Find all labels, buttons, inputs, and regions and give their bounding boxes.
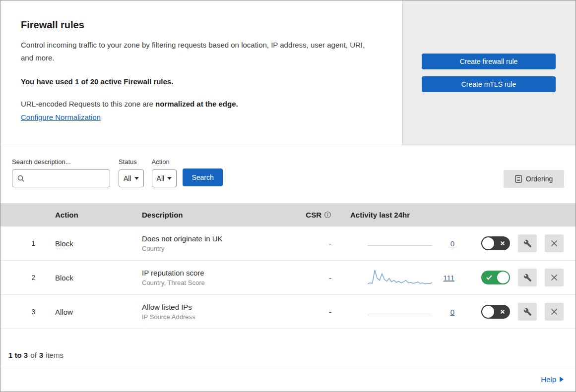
col-csr: CSR [291, 211, 340, 219]
rule-enabled-toggle[interactable] [481, 236, 510, 250]
table-row: 3 Allow Allow listed IPs IP Source Addre… [0, 295, 576, 329]
activity-sparkline [368, 302, 432, 322]
help-bar: Help [0, 367, 576, 391]
rule-controls [464, 234, 576, 252]
rule-csr-value: - [291, 274, 340, 282]
rule-fields: IP Source Address [142, 313, 291, 321]
toggle-knob [482, 306, 494, 318]
header-section: Firewall rules Control incoming traffic … [0, 0, 576, 145]
normalization-text: URL-encoded Requests to this zone are [21, 100, 155, 108]
rule-controls [464, 303, 576, 321]
rule-description-cell: IP reputation score Country, Threat Scor… [132, 269, 291, 286]
rule-csr-value: - [291, 308, 340, 316]
ordering-list-icon [515, 175, 522, 183]
rule-activity-cell: 111 [340, 268, 464, 287]
actions-panel: Create firewall rule Create mTLS rule [403, 0, 576, 145]
rule-description: Allow listed IPs [142, 303, 291, 311]
col-action: Action [45, 211, 132, 219]
toggle-knob [482, 237, 494, 249]
status-group: Status All [119, 158, 144, 203]
rule-enabled-toggle[interactable] [481, 271, 510, 284]
firewall-rules-page: Firewall rules Control incoming traffic … [0, 0, 576, 392]
status-label: Status [119, 158, 144, 166]
footer-range: 1 to 3 [8, 351, 28, 367]
rule-fields: Country [142, 245, 291, 252]
search-group: Search description... [12, 158, 110, 203]
rule-action: Block [45, 274, 132, 282]
chevron-down-icon [134, 177, 139, 180]
footer-of: of [30, 351, 37, 367]
normalization-note: URL-encoded Requests to this zone are no… [21, 100, 382, 108]
rule-description-cell: Does not originate in UK Country [132, 234, 291, 252]
activity-count-link[interactable]: 0 [450, 308, 454, 316]
chevron-down-icon [167, 177, 172, 180]
table-row: 1 Block Does not originate in UK Country… [0, 226, 576, 261]
status-value: All [124, 174, 131, 182]
table-footer: 1 to 3 of 3 items [0, 329, 576, 367]
activity-count-link[interactable]: 111 [443, 274, 454, 282]
rule-priority: 1 [0, 239, 45, 247]
action-group: Action All [152, 158, 177, 203]
delete-rule-button[interactable] [545, 303, 564, 321]
csr-header-label: CSR [306, 211, 321, 219]
table-row: 2 Block IP reputation score Country, Thr… [0, 261, 576, 295]
header-card: Firewall rules Control incoming traffic … [0, 0, 403, 145]
configure-normalization-link[interactable]: Configure Normalization [21, 113, 101, 121]
rule-activity-cell: 0 [340, 233, 464, 253]
help-label: Help [541, 375, 556, 384]
col-description: Description [132, 211, 291, 219]
search-icon [17, 174, 25, 182]
help-link[interactable]: Help [541, 375, 564, 384]
edit-rule-button[interactable] [518, 303, 537, 321]
x-icon [500, 309, 505, 314]
search-label: Search description... [12, 158, 110, 166]
rule-description: Does not originate in UK [142, 234, 291, 243]
rule-action: Allow [45, 308, 132, 316]
normalization-bold-text: normalized at the edge. [155, 100, 238, 108]
close-icon [551, 308, 558, 315]
activity-sparkline [368, 268, 432, 287]
ordering-label: Ordering [526, 175, 553, 183]
create-mtls-rule-button[interactable]: Create mTLS rule [422, 76, 556, 92]
rule-csr-value: - [291, 239, 340, 248]
info-icon[interactable] [324, 211, 331, 219]
wrench-icon [523, 274, 532, 282]
wrench-icon [523, 239, 532, 248]
footer-total: 3 [39, 351, 43, 367]
rule-description-cell: Allow listed IPs IP Source Address [132, 303, 291, 321]
close-icon [551, 240, 558, 247]
edit-rule-button[interactable] [518, 234, 537, 252]
rule-activity-cell: 0 [340, 302, 464, 322]
rule-description: IP reputation score [142, 269, 291, 277]
status-dropdown[interactable]: All [119, 169, 144, 187]
rule-enabled-toggle[interactable] [481, 305, 510, 319]
edit-rule-button[interactable] [518, 269, 537, 286]
rule-priority: 3 [0, 308, 45, 316]
activity-count-link[interactable]: 0 [450, 239, 454, 248]
rule-priority: 2 [0, 274, 45, 281]
page-title: Firewall rules [21, 19, 382, 31]
page-description: Control incoming traffic to your zone by… [21, 39, 371, 64]
delete-rule-button[interactable] [545, 269, 564, 286]
usage-summary: You have used 1 of 20 active Firewall ru… [21, 77, 382, 86]
search-box [12, 169, 110, 187]
filter-bar: Search description... Status All Action … [0, 145, 576, 203]
rule-action: Block [45, 239, 132, 248]
ordering-button[interactable]: Ordering [504, 170, 564, 188]
action-label: Action [152, 158, 177, 166]
table-header-row: Action Description CSR Activity last 24h… [0, 203, 576, 226]
search-button[interactable]: Search [183, 168, 223, 186]
rule-controls [464, 269, 576, 286]
x-icon [500, 241, 505, 246]
wrench-icon [523, 308, 532, 316]
activity-sparkline [368, 233, 432, 253]
action-dropdown[interactable]: All [152, 169, 177, 187]
create-firewall-rule-button[interactable]: Create firewall rule [422, 54, 556, 69]
toggle-knob [497, 272, 509, 283]
close-icon [551, 274, 558, 281]
search-input[interactable] [28, 174, 105, 182]
delete-rule-button[interactable] [545, 234, 564, 252]
col-activity: Activity last 24hr [340, 211, 464, 219]
action-value: All [157, 174, 165, 182]
rule-fields: Country, Threat Score [142, 279, 291, 286]
